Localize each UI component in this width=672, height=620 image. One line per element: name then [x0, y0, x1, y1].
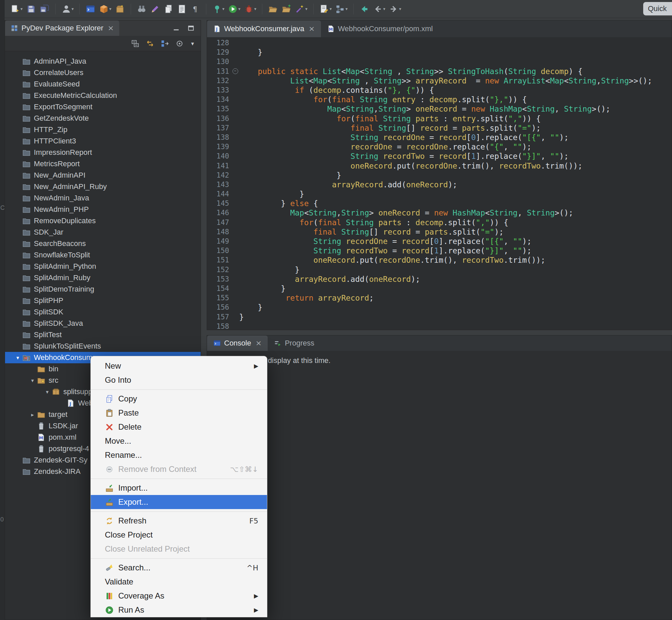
tree-item-NewAdmin_Java[interactable]: NewAdmin_Java: [5, 192, 201, 204]
tab-Console[interactable]: Console×: [207, 335, 268, 351]
folder-open-button[interactable]: [267, 3, 279, 15]
back-teal-button[interactable]: [359, 3, 370, 15]
maximize-icon[interactable]: [187, 24, 194, 32]
chevron-down-icon[interactable]: ▾: [330, 6, 332, 11]
doc-edit-button[interactable]: ▾: [319, 3, 333, 15]
chevron-down-icon[interactable]: ▾: [13, 355, 22, 361]
pkg-presentation-button[interactable]: [160, 38, 170, 49]
tab-WebhookConsumer.java[interactable]: JWebhookConsumer.java×: [207, 20, 321, 37]
tree-item-NewAdmin_PHP[interactable]: NewAdmin_PHP: [5, 204, 201, 215]
tree-item-SplitTest[interactable]: SplitTest: [5, 329, 201, 341]
tree-item-HTTPClient3[interactable]: HTTPClient3: [5, 136, 201, 147]
jar-icon: [37, 445, 46, 453]
tree-item-ExecuteMetricCalculation[interactable]: ExecuteMetricCalculation: [5, 90, 201, 101]
focus-button[interactable]: [174, 38, 185, 49]
menu-item-paste[interactable]: Paste: [91, 406, 267, 420]
chevron-down-icon[interactable]: ▾: [222, 6, 225, 11]
doc-list-button[interactable]: [176, 3, 187, 15]
chevron-down-icon[interactable]: ▾: [20, 6, 23, 11]
explorer-tab[interactable]: PyDev Package Explorer ×: [5, 20, 119, 36]
chevron-down-icon[interactable]: ▾: [399, 6, 401, 11]
tree-item-GetZendeskVote[interactable]: GetZendeskVote: [5, 113, 201, 124]
tree-item-SplitPHP[interactable]: SplitPHP: [5, 295, 201, 306]
menu-item-copy[interactable]: Copy: [91, 392, 267, 406]
tree-item-ExportToSegment[interactable]: ExportToSegment: [5, 101, 201, 113]
menu-item-go-into[interactable]: Go Into: [91, 373, 267, 387]
menu-item-move-[interactable]: Move...: [91, 434, 267, 448]
view-menu-icon[interactable]: ▾: [189, 40, 196, 47]
tree-item-CorrelateUsers[interactable]: CorrelateUsers: [5, 67, 201, 79]
chevron-down-icon[interactable]: ▾: [305, 6, 307, 11]
menu-item-coverage-as[interactable]: Coverage As▶: [91, 589, 267, 603]
tree-item-New_AdminAPI[interactable]: New_AdminAPI: [5, 169, 201, 181]
tree-item-SplitAdmin_Ruby[interactable]: SplitAdmin_Ruby: [5, 272, 201, 283]
menu-item-rename-[interactable]: Rename...: [91, 448, 267, 462]
fold-collapse-icon[interactable]: −: [232, 68, 238, 74]
minimize-icon[interactable]: [172, 24, 180, 32]
pilcrow-button[interactable]: ¶: [189, 3, 201, 15]
folder-open2-button[interactable]: [281, 3, 292, 15]
tab-WebhookConsumer/pom.xml[interactable]: MWebhookConsumer/pom.xml: [321, 20, 439, 37]
chevron-down-icon[interactable]: ▾: [345, 6, 348, 11]
tree-item-SnowflakeToSplit[interactable]: SnowflakeToSplit: [5, 249, 201, 261]
console-view-button[interactable]: [85, 3, 96, 15]
quick-access-box[interactable]: Quick: [643, 2, 672, 15]
tree-item-SplitAdmin_Python[interactable]: SplitAdmin_Python: [5, 261, 201, 272]
chevron-down-icon[interactable]: ▾: [254, 6, 257, 11]
tree-item-SDK_Jar[interactable]: SDK_Jar: [5, 226, 201, 238]
tree-item-RemoveDuplicates[interactable]: RemoveDuplicates: [5, 215, 201, 226]
menu-item-delete[interactable]: Delete: [91, 420, 267, 434]
menu-item-label: Delete: [118, 422, 142, 432]
user-button[interactable]: ▾: [61, 3, 75, 15]
tree-item-SplitDemoTraining[interactable]: SplitDemoTraining: [5, 283, 201, 295]
menu-item-close-project[interactable]: Close Project: [91, 528, 267, 542]
profile-button[interactable]: ▾: [243, 3, 257, 15]
arrow-left-button[interactable]: ▾: [372, 3, 386, 15]
collapse-all-button[interactable]: [130, 38, 141, 49]
chevron-down-icon[interactable]: ▾: [383, 6, 386, 11]
wand-button[interactable]: ▾: [294, 3, 308, 15]
plugin-button[interactable]: [114, 3, 126, 15]
menu-item-validate[interactable]: Validate: [91, 575, 267, 589]
tree-item-HTTP_Zip[interactable]: HTTP_Zip: [5, 124, 201, 136]
tree-item-EvaluateSeed[interactable]: EvaluateSeed: [5, 79, 201, 90]
pin-button[interactable]: ▾: [211, 3, 225, 15]
menu-item-refresh[interactable]: RefreshF5: [91, 514, 267, 528]
tree-item-AdminAPI_Java[interactable]: AdminAPI_Java: [5, 56, 201, 67]
tree-item-MetricsReport[interactable]: MetricsReport: [5, 158, 201, 169]
menu-item-new[interactable]: New▶: [91, 359, 267, 373]
close-icon[interactable]: ×: [309, 25, 315, 33]
tree-item-SplitSDK_Java[interactable]: SplitSDK_Java: [5, 318, 201, 329]
save-button[interactable]: [25, 3, 37, 15]
chevron-right-icon[interactable]: ▸: [28, 412, 37, 418]
menu-item-import-[interactable]: Import...: [91, 481, 267, 495]
tree-item-SplitSDK[interactable]: SplitSDK: [5, 306, 201, 318]
menu-item-export-[interactable]: Export...: [91, 495, 267, 509]
menu-separator: [91, 476, 267, 481]
chevron-down-icon[interactable]: ▾: [43, 389, 52, 395]
chevron-down-icon[interactable]: ▾: [109, 6, 112, 11]
save-all-button[interactable]: [39, 3, 50, 15]
chevron-down-icon[interactable]: ▾: [238, 6, 240, 11]
run-button[interactable]: ▾: [227, 3, 241, 15]
chevron-down-icon[interactable]: ▾: [28, 377, 37, 384]
pen-button[interactable]: [150, 3, 161, 15]
tree-item-New_AdminAPI_Ruby[interactable]: New_AdminAPI_Ruby: [5, 181, 201, 192]
close-icon[interactable]: ×: [108, 24, 114, 32]
tree-item-SplunkToSplitEvents[interactable]: SplunkToSplitEvents: [5, 341, 201, 352]
tree-item-SearchBeacons[interactable]: SearchBeacons: [5, 238, 201, 249]
hierarchy-button[interactable]: ▾: [334, 3, 348, 15]
arrow-right-button[interactable]: ▾: [388, 3, 402, 15]
menu-item-search-[interactable]: Search...^H: [91, 561, 267, 575]
chevron-down-icon[interactable]: ▾: [72, 6, 74, 11]
code-editor[interactable]: 128129 }130131− public static List<Map<S…: [207, 37, 672, 330]
copy-docs-button[interactable]: [163, 3, 174, 15]
tab-Progress[interactable]: Progress: [268, 335, 320, 351]
tree-item-ImpressionReport[interactable]: ImpressionReport: [5, 147, 201, 158]
close-icon[interactable]: ×: [256, 340, 262, 347]
link-editor-button[interactable]: [145, 38, 156, 49]
new-wizard-button[interactable]: ▾: [9, 3, 23, 15]
watch-button[interactable]: [136, 3, 148, 15]
package-button[interactable]: ▾: [98, 3, 112, 15]
menu-item-run-as[interactable]: Run As▶: [91, 603, 267, 617]
